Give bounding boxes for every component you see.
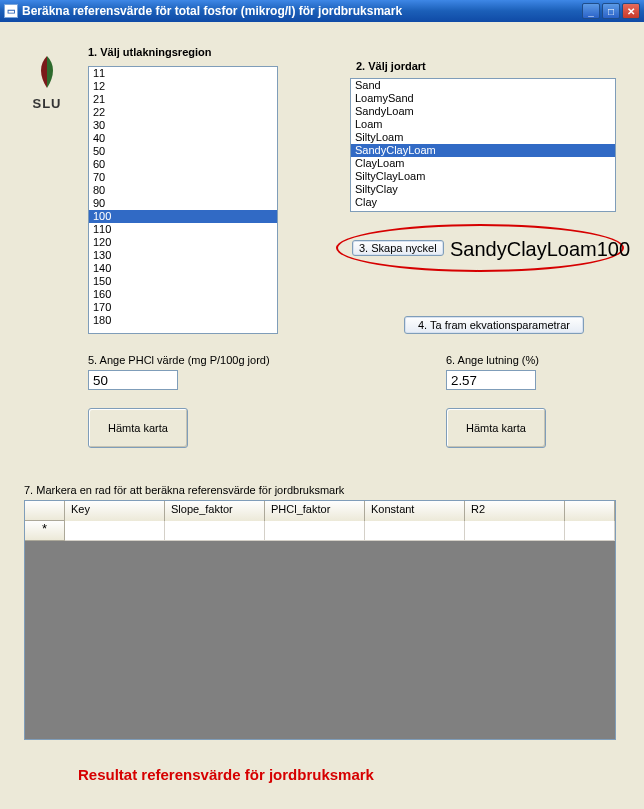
grid-newrow-indicator: * — [25, 521, 65, 541]
region-option[interactable]: 140 — [89, 262, 277, 275]
region-option[interactable]: 160 — [89, 288, 277, 301]
soil-option[interactable]: SiltyClay — [351, 183, 615, 196]
soil-option[interactable]: SiltyLoam — [351, 131, 615, 144]
create-key-button[interactable]: 3. Skapa nyckel — [352, 240, 444, 256]
grid-header-cell[interactable]: Slope_faktor — [165, 501, 265, 521]
grid-header-cell[interactable]: R2 — [465, 501, 565, 521]
region-option[interactable]: 150 — [89, 275, 277, 288]
grid-cell[interactable] — [265, 521, 365, 541]
region-option[interactable]: 11 — [89, 67, 277, 80]
grid-header-cell[interactable]: Key — [65, 501, 165, 521]
region-option[interactable]: 180 — [89, 314, 277, 327]
soil-option[interactable]: SandyClayLoam — [351, 144, 615, 157]
fetch-params-button[interactable]: 4. Ta fram ekvationsparametrar — [404, 316, 584, 334]
window-title: Beräkna referensvärde för total fosfor (… — [22, 4, 582, 18]
logo: SLU — [20, 52, 74, 111]
soil-option[interactable]: SiltyClayLoam — [351, 170, 615, 183]
grid-header-cell[interactable]: Konstant — [365, 501, 465, 521]
region-option[interactable]: 60 — [89, 158, 277, 171]
region-option[interactable]: 22 — [89, 106, 277, 119]
grid-cell[interactable] — [65, 521, 165, 541]
region-listbox[interactable]: 1112212230405060708090100110120130140150… — [88, 66, 278, 334]
grid-header-row: KeySlope_faktorPHCl_faktorKonstantR2 — [25, 501, 615, 521]
soil-option[interactable]: Sand — [351, 79, 615, 92]
map-button-left[interactable]: Hämta karta — [88, 408, 188, 448]
map-button-right[interactable]: Hämta karta — [446, 408, 546, 448]
grid-new-row[interactable]: * — [25, 521, 615, 541]
window-titlebar: ▭ Beräkna referensvärde för total fosfor… — [0, 0, 644, 22]
generated-key-text: SandyClayLoam100 — [450, 238, 630, 261]
window-close-button[interactable]: ✕ — [622, 3, 640, 19]
region-option[interactable]: 80 — [89, 184, 277, 197]
region-label: 1. Välj utlakningsregion — [88, 46, 211, 58]
grid-cell[interactable] — [465, 521, 565, 541]
slu-logo-icon — [27, 52, 67, 92]
grid-cell[interactable] — [165, 521, 265, 541]
grid-header-filler — [565, 501, 615, 521]
grid-corner-cell — [25, 501, 65, 521]
region-option[interactable]: 70 — [89, 171, 277, 184]
region-option[interactable]: 120 — [89, 236, 277, 249]
region-option[interactable]: 90 — [89, 197, 277, 210]
slope-label: 6. Ange lutning (%) — [446, 354, 539, 366]
results-grid[interactable]: KeySlope_faktorPHCl_faktorKonstantR2 * — [24, 500, 616, 740]
soil-option[interactable]: Loam — [351, 118, 615, 131]
region-option[interactable]: 50 — [89, 145, 277, 158]
region-option[interactable]: 130 — [89, 249, 277, 262]
soil-listbox[interactable]: SandLoamySandSandyLoamLoamSiltyLoamSandy… — [350, 78, 616, 212]
grid-label: 7. Markera en rad för att beräkna refere… — [24, 484, 344, 496]
region-option[interactable]: 12 — [89, 80, 277, 93]
slope-input[interactable] — [446, 370, 536, 390]
app-icon: ▭ — [4, 4, 18, 18]
phcl-input[interactable] — [88, 370, 178, 390]
grid-header-cell[interactable]: PHCl_faktor — [265, 501, 365, 521]
region-option[interactable]: 21 — [89, 93, 277, 106]
grid-cell[interactable] — [365, 521, 465, 541]
soil-label: 2. Välj jordart — [356, 60, 426, 72]
soil-option[interactable]: Clay — [351, 196, 615, 209]
soil-option[interactable]: SandyLoam — [351, 105, 615, 118]
soil-option[interactable]: LoamySand — [351, 92, 615, 105]
phcl-label: 5. Ange PHCl värde (mg P/100g jord) — [88, 354, 270, 366]
logo-text: SLU — [20, 96, 74, 111]
region-option[interactable]: 110 — [89, 223, 277, 236]
region-option[interactable]: 40 — [89, 132, 277, 145]
region-option[interactable]: 100 — [89, 210, 277, 223]
window-minimize-button[interactable]: _ — [582, 3, 600, 19]
region-option[interactable]: 170 — [89, 301, 277, 314]
grid-cell-filler — [565, 521, 615, 541]
result-text: Resultat referensvärde för jordbruksmark — [78, 766, 374, 783]
window-maximize-button[interactable]: □ — [602, 3, 620, 19]
soil-option[interactable]: ClayLoam — [351, 157, 615, 170]
region-option[interactable]: 30 — [89, 119, 277, 132]
